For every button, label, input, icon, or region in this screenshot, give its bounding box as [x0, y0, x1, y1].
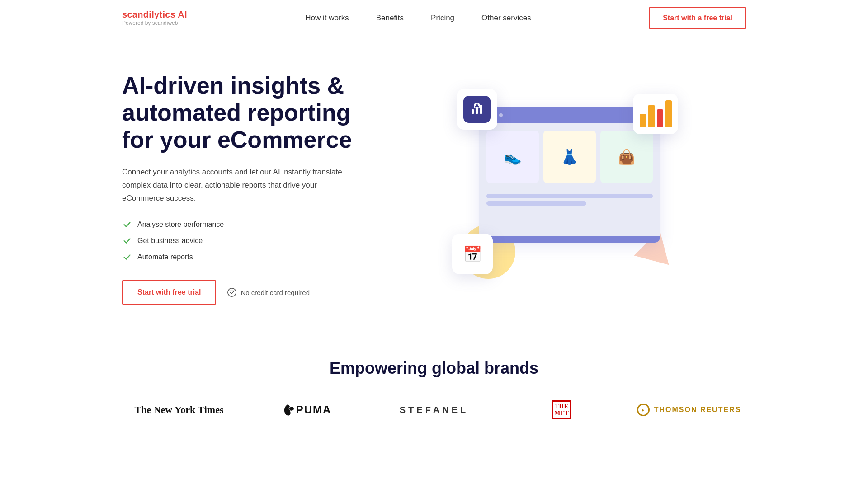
laptop-row: [486, 194, 653, 198]
product-card-shoe: 👟: [486, 131, 539, 183]
brand-nyt: The New York Times: [122, 404, 236, 416]
check-icon: [122, 236, 132, 246]
check-icon: [122, 252, 132, 262]
logo-sub: Powered by scandiweb: [122, 20, 187, 26]
svg-rect-1: [472, 109, 474, 114]
product-card-bag: 👜: [600, 131, 653, 183]
svg-rect-2: [476, 107, 478, 114]
met-box: THEMET: [552, 400, 571, 419]
nyt-logo-text: The New York Times: [135, 404, 224, 416]
hero-illustration: 👟 👗 👜: [393, 80, 746, 297]
laptop-footer: [486, 194, 653, 206]
stefanel-logo-text: STEFANEL: [400, 405, 468, 415]
check-icon: [122, 220, 132, 230]
chart-bar-3: [657, 109, 663, 127]
chart-bar-1: [640, 114, 646, 127]
float-chart-card: [633, 94, 678, 134]
chart-bar-icon: [470, 102, 484, 117]
puma-logo: PUMA: [282, 404, 332, 416]
logo: scandilytics AI Powered by scandiweb: [122, 9, 187, 26]
nav-how-it-works[interactable]: How it works: [305, 14, 349, 23]
float-calendar-card: 📅: [452, 234, 493, 274]
hero-title: AI-driven insights & automated reporting…: [122, 72, 357, 153]
feature-label: Automate reports: [137, 253, 193, 261]
nav-benefits[interactable]: Benefits: [376, 14, 404, 23]
logo-name: scandilytics AI: [122, 9, 187, 20]
brands-logos: The New York Times PUMA STEFANEL THEMET: [122, 400, 746, 419]
hero-actions: Start with free trial No credit card req…: [122, 280, 357, 305]
hero-cta-button[interactable]: Start with free trial: [122, 280, 216, 305]
puma-text: PUMA: [296, 404, 332, 416]
chart-bar-2: [648, 105, 655, 127]
illustration-container: 👟 👗 👜: [452, 89, 687, 288]
laptop-row-short: [486, 201, 586, 206]
reuters-icon: ●: [637, 404, 650, 416]
puma-icon: [282, 404, 294, 416]
feature-list: Analyse store performance Get business a…: [122, 220, 357, 262]
analytics-icon: [463, 96, 491, 123]
brand-puma: PUMA: [250, 404, 363, 416]
brand-reuters: ● THOMSON REUTERS: [632, 404, 746, 416]
brands-title: Empowering global brands: [122, 359, 746, 378]
hero-section: AI-driven insights & automated reporting…: [0, 36, 868, 332]
hero-content: AI-driven insights & automated reporting…: [122, 72, 357, 305]
svg-point-0: [228, 288, 236, 296]
float-analytics-card: [457, 89, 497, 130]
reuters-logo: ● THOMSON REUTERS: [637, 404, 741, 416]
site-header: scandilytics AI Powered by scandiweb How…: [0, 0, 868, 36]
calendar-icon: 📅: [459, 240, 486, 267]
brands-section: Empowering global brands The New York Ti…: [0, 332, 868, 455]
feature-label: Analyse store performance: [137, 221, 224, 229]
no-cc-icon: [227, 287, 237, 297]
no-credit-card-notice: No credit card required: [227, 287, 310, 297]
list-item: Get business advice: [122, 236, 357, 246]
brand-met: THEMET: [505, 400, 618, 419]
laptop-bottom-bar: [479, 236, 660, 243]
feature-label: Get business advice: [137, 237, 203, 245]
laptop-content: 👟 👗 👜: [479, 123, 660, 190]
header-cta-button[interactable]: Start with a free trial: [649, 7, 746, 29]
nav-other-services[interactable]: Other services: [481, 14, 531, 23]
chart-bar-4: [665, 100, 672, 127]
list-item: Analyse store performance: [122, 220, 357, 230]
main-nav: How it works Benefits Pricing Other serv…: [305, 14, 531, 23]
no-cc-text: No credit card required: [241, 289, 310, 296]
met-logo: THEMET: [552, 400, 571, 419]
list-item: Automate reports: [122, 252, 357, 262]
laptop-dot: [499, 113, 503, 117]
hero-description: Connect your analytics accounts and let …: [122, 166, 357, 205]
reuters-text: THOMSON REUTERS: [654, 406, 741, 414]
met-text: THEMET: [554, 403, 569, 417]
brand-stefanel: STEFANEL: [377, 405, 491, 415]
nav-pricing[interactable]: Pricing: [431, 14, 454, 23]
product-card-dress: 👗: [543, 131, 596, 183]
mini-bar-chart: [635, 96, 676, 132]
